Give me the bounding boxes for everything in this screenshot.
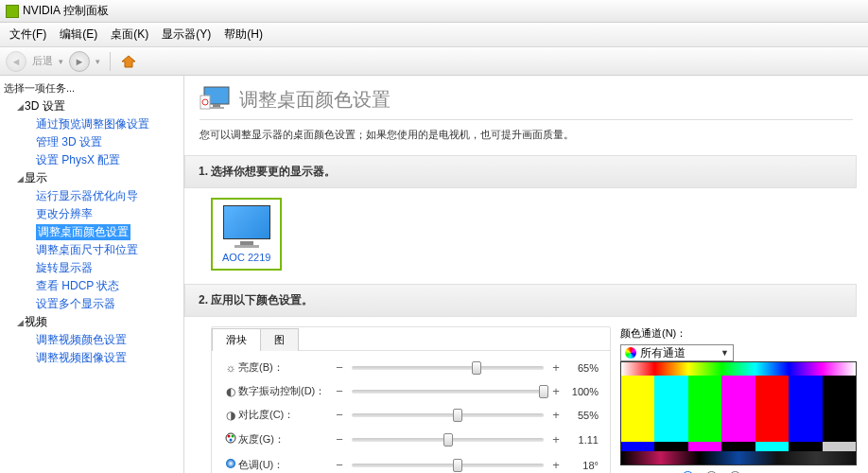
slider-icon: ☼: [223, 361, 238, 375]
tab-sliders[interactable]: 滑块: [212, 328, 261, 351]
sidebar-item[interactable]: 设置 PhysX 配置: [2, 151, 183, 169]
slider-icon: ◐: [223, 385, 238, 398]
sidebar-item[interactable]: 调整桌面尺寸和位置: [2, 241, 183, 259]
svg-point-8: [232, 435, 234, 438]
plus-icon: +: [549, 384, 563, 398]
sidebar-category[interactable]: ◢视频: [2, 313, 183, 331]
sidebar-item[interactable]: 更改分辨率: [2, 205, 183, 223]
plus-icon: +: [549, 458, 563, 472]
tab-graph[interactable]: 图: [260, 328, 299, 351]
sidebar-item[interactable]: 查看 HDCP 状态: [2, 277, 183, 295]
slider-thumb[interactable]: [472, 361, 481, 375]
plus-icon: +: [549, 360, 563, 375]
page-title: 调整桌面颜色设置: [239, 87, 391, 113]
sidebar-item[interactable]: 管理 3D 设置: [2, 133, 183, 151]
svg-point-10: [226, 459, 235, 468]
slider-track[interactable]: [352, 464, 544, 467]
slider-value: 100%: [563, 386, 599, 397]
minus-icon: −: [333, 432, 346, 447]
slider-track[interactable]: [352, 413, 544, 417]
slider-row: 色调(U)：−+18°: [223, 457, 599, 473]
sidebar-item[interactable]: 设置多个显示器: [2, 295, 183, 313]
slider-track[interactable]: [352, 438, 544, 442]
monitor-selector[interactable]: AOC 2219: [211, 198, 282, 271]
slider-thumb[interactable]: [453, 459, 462, 472]
slider-row: ◐数字振动控制(D)：−+100%: [223, 384, 599, 398]
nav-back-button[interactable]: ◄: [6, 51, 26, 72]
sidebar-item[interactable]: 通过预览调整图像设置: [2, 115, 183, 133]
slider-thumb[interactable]: [539, 385, 548, 398]
sidebar-category[interactable]: ◢显示: [2, 169, 183, 187]
menu-help[interactable]: 帮助(H): [218, 25, 269, 44]
minus-icon: −: [333, 384, 346, 398]
slider-row: ☼亮度(B)：−+65%: [223, 360, 599, 375]
sidebar-title: 选择一项任务...: [0, 79, 183, 97]
home-icon[interactable]: [120, 54, 137, 69]
minus-icon: −: [333, 458, 346, 472]
channel-label: 颜色通道(N)：: [620, 326, 686, 341]
sidebar-item[interactable]: 运行显示器优化向导: [2, 187, 183, 205]
sidebar-item[interactable]: 调整视频图像设置: [2, 349, 183, 367]
monitor-header-icon: [200, 85, 232, 114]
channel-value: 所有通道: [640, 345, 686, 361]
slider-label: 亮度(B)：: [238, 360, 333, 375]
plus-icon: +: [549, 432, 563, 447]
app-icon: [6, 5, 19, 18]
slider-icon: ◑: [223, 409, 238, 422]
window-title: NVIDIA 控制面板: [23, 3, 109, 19]
minus-icon: −: [333, 360, 346, 375]
slider-label: 对比度(C)：: [238, 408, 333, 422]
section-1-header: 1. 选择你想要更的显示器。: [184, 155, 857, 188]
svg-marker-0: [122, 56, 135, 67]
test-image: [620, 361, 857, 465]
nav-forward-button[interactable]: ►: [69, 51, 90, 72]
svg-rect-2: [213, 104, 220, 107]
slider-value: 1.11: [563, 434, 599, 446]
nav-back-label: 后退: [32, 54, 53, 68]
minus-icon: −: [333, 408, 346, 422]
menu-file[interactable]: 文件(F): [4, 25, 52, 44]
slider-value: 55%: [563, 410, 599, 421]
chevron-down-icon: ▼: [720, 348, 729, 358]
slider-icon: [223, 431, 238, 447]
color-wheel-icon: [625, 347, 636, 359]
menu-edit[interactable]: 编辑(E): [54, 25, 103, 44]
svg-rect-3: [209, 107, 224, 109]
menu-display[interactable]: 显示器(Y): [156, 25, 217, 44]
menubar: 文件(F) 编辑(E) 桌面(K) 显示器(Y) 帮助(H): [0, 23, 868, 47]
chevron-down-icon: ▾: [95, 57, 100, 66]
slider-track[interactable]: [352, 390, 544, 394]
slider-thumb[interactable]: [443, 433, 453, 447]
menu-desktop[interactable]: 桌面(K): [105, 25, 154, 44]
sidebar-item[interactable]: 调整视频颜色设置: [2, 331, 183, 349]
sidebar-item[interactable]: 旋转显示器: [2, 259, 183, 277]
svg-point-9: [230, 439, 233, 442]
chevron-down-icon: ▾: [59, 57, 63, 66]
monitor-label: AOC 2219: [222, 252, 270, 263]
sidebar-category[interactable]: ◢3D 设置: [2, 97, 183, 115]
slider-row: ◑对比度(C)：−+55%: [223, 408, 599, 422]
slider-thumb[interactable]: [453, 409, 462, 422]
plus-icon: +: [549, 408, 563, 422]
slider-track[interactable]: [352, 366, 544, 370]
separator: [110, 52, 111, 71]
slider-value: 18°: [563, 460, 599, 471]
slider-row: 灰度(G)：−+1.11: [223, 431, 599, 447]
slider-label: 色调(U)：: [238, 458, 333, 472]
slider-icon: [223, 457, 238, 473]
section-2-header: 2. 应用以下颜色设置。: [184, 284, 857, 317]
slider-value: 65%: [563, 362, 599, 374]
page-description: 您可以调整显示器的桌面颜色设置；如果您使用的是电视机，也可提升画面质量。: [200, 128, 868, 142]
slider-label: 数字振动控制(D)：: [238, 384, 333, 398]
sidebar-item[interactable]: 调整桌面颜色设置: [2, 223, 183, 241]
slider-label: 灰度(G)：: [238, 432, 333, 447]
svg-point-7: [228, 435, 231, 438]
channel-combo[interactable]: 所有通道 ▼: [620, 344, 734, 361]
